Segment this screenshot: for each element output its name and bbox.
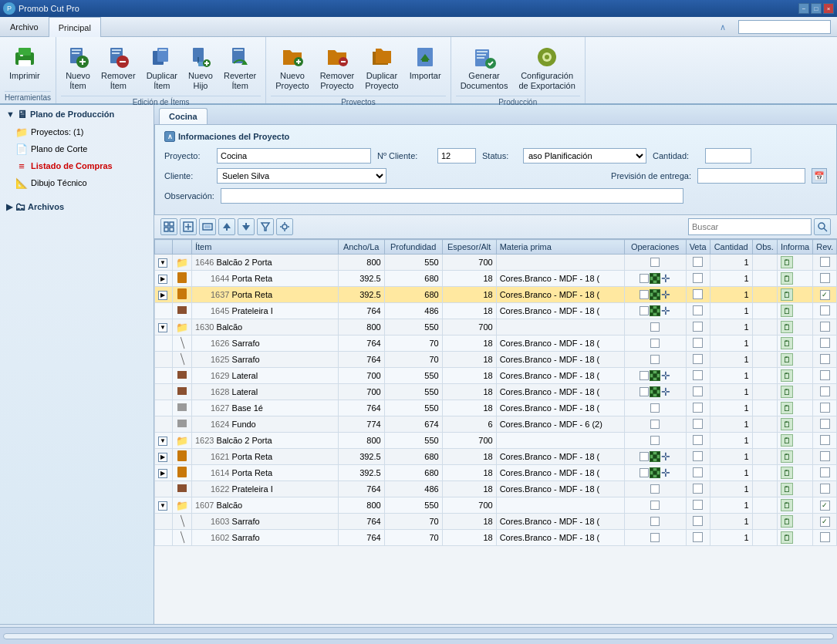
rev-check[interactable] [820, 273, 830, 283]
info-btn[interactable]: 🗒 [781, 467, 793, 479]
veta-check[interactable] [693, 435, 703, 445]
cliente-select[interactable]: Suelen Silva [217, 168, 386, 184]
info-btn[interactable]: 🗒 [781, 531, 793, 544]
move-icon[interactable]: ✛ [661, 272, 670, 285]
sidebar-section-archivos[interactable]: ▶ 🗂 Archivos [0, 197, 154, 216]
maximize-button[interactable]: □ [811, 3, 822, 14]
veta-check[interactable] [693, 370, 703, 380]
nuevo-item-button[interactable]: NuevoÍtem [61, 42, 95, 94]
row-expander[interactable]: ▶ [158, 291, 167, 300]
table-row[interactable]: 1622 Prateleira I 764 486 18 Cores.Branc… [155, 481, 837, 497]
ops-checkbox[interactable] [650, 403, 660, 413]
rev-check[interactable] [820, 370, 830, 380]
ops-checkbox[interactable] [650, 436, 660, 445]
ops-checkbox[interactable] [640, 468, 649, 477]
veta-check[interactable] [693, 500, 703, 510]
ops-checkbox[interactable] [650, 484, 660, 494]
panel-collapse-btn[interactable]: ∧ [164, 131, 175, 142]
rev-check[interactable] [820, 467, 830, 477]
info-btn[interactable]: 🗒 [781, 386, 793, 398]
table-row[interactable]: 1627 Base 1é 764 550 18 Cores.Branco - M… [155, 400, 837, 416]
importar-button[interactable]: Importar [405, 42, 446, 84]
col-ops[interactable]: Operaciones [624, 240, 686, 255]
info-btn[interactable]: 🗒 [781, 418, 793, 430]
table-row[interactable]: ▶ 1614 Porta Reta 392.5 680 18 Cores.Bra… [155, 465, 837, 481]
duplicar-item-button[interactable]: DuplicarÍtem [142, 42, 182, 94]
table-search-input[interactable] [688, 218, 812, 235]
ops-checkbox[interactable] [650, 339, 660, 348]
row-expander[interactable]: ▶ [158, 275, 167, 284]
rev-check[interactable] [820, 532, 830, 542]
info-btn[interactable]: 🗒 [781, 434, 793, 447]
row-expander[interactable]: ▶ [158, 469, 167, 478]
veta-check[interactable] [693, 322, 703, 332]
col-materia[interactable]: Materia prima [496, 240, 624, 255]
info-btn[interactable]: 🗒 [781, 483, 793, 495]
ops-checkbox[interactable] [650, 258, 660, 267]
table-row[interactable]: ▶ 1644 Porta Reta 392.5 680 18 Cores.Bra… [155, 271, 837, 287]
rev-check[interactable] [820, 484, 830, 494]
table-row[interactable]: ▼ 📁 1630 Balcão 800 550 700 1 🗒 [155, 319, 837, 335]
row-expander[interactable]: ▼ [158, 501, 167, 511]
reverter-item-button[interactable]: ReverterÍtem [219, 42, 261, 94]
move-icon[interactable]: ✛ [661, 369, 670, 382]
row-expander[interactable]: ▼ [158, 437, 167, 446]
col-esp[interactable]: Espesor/Alt [442, 240, 496, 255]
rev-check[interactable] [820, 403, 830, 413]
rev-check[interactable] [820, 419, 830, 429]
close-button[interactable]: × [823, 3, 834, 14]
calendar-btn[interactable]: 📅 [812, 168, 827, 184]
search-field[interactable] [738, 20, 831, 34]
move-icon[interactable]: ✛ [661, 305, 670, 317]
minimize-button[interactable]: − [798, 3, 809, 14]
row-expander[interactable]: ▼ [158, 258, 167, 268]
veta-check[interactable] [693, 289, 703, 299]
col-obs[interactable]: Obs. [752, 240, 777, 255]
col-qty[interactable]: Cantidad [710, 240, 752, 255]
rev-check[interactable] [820, 354, 830, 364]
move-icon[interactable]: ✛ [661, 386, 670, 398]
ops-checkbox[interactable] [650, 322, 660, 332]
rev-check[interactable] [820, 257, 830, 267]
ops-checkbox[interactable] [640, 387, 649, 396]
info-btn[interactable]: 🗒 [781, 337, 793, 349]
veta-check[interactable] [693, 484, 703, 494]
cantidad-input[interactable] [705, 148, 751, 164]
row-expander[interactable]: ▶ [158, 453, 167, 462]
rev-check[interactable] [820, 451, 830, 461]
sidebar-section-plano[interactable]: ▼ 🖥 Plano de Producción [0, 105, 154, 123]
ops-checkbox[interactable] [650, 501, 660, 510]
col-ancho[interactable]: Ancho/La [338, 240, 384, 255]
view-btn[interactable] [199, 218, 216, 235]
table-row[interactable]: ▶ 1621 Porta Reta 392.5 680 18 Cores.Bra… [155, 449, 837, 465]
ops-checkbox[interactable] [640, 274, 649, 283]
imprimir-button[interactable]: Imprimir [5, 42, 45, 84]
move-icon[interactable]: ✛ [661, 450, 670, 463]
move-icon[interactable]: ✛ [661, 467, 670, 479]
remover-proyecto-button[interactable]: RemoverProyecto [316, 42, 359, 94]
proyecto-input[interactable] [217, 148, 371, 164]
info-btn[interactable]: 🗒 [781, 288, 793, 301]
info-btn[interactable]: 🗒 [781, 499, 793, 511]
veta-check[interactable] [693, 467, 703, 477]
ops-checkbox[interactable] [650, 533, 660, 542]
table-row[interactable]: 1628 Lateral 700 550 18 Cores.Branco - M… [155, 384, 837, 400]
menu-archivo[interactable]: Archivo [0, 17, 49, 36]
table-scroll-area[interactable]: Ítem Ancho/La Profundidad Espesor/Alt Ma… [154, 239, 837, 619]
nuevo-hijo-button[interactable]: NuevoHijo [184, 42, 218, 94]
veta-check[interactable] [693, 419, 703, 429]
rev-check[interactable] [820, 386, 830, 396]
ops-checkbox[interactable] [640, 290, 649, 299]
veta-check[interactable] [693, 451, 703, 461]
ops-checkbox[interactable] [650, 420, 660, 429]
veta-check[interactable] [693, 257, 703, 267]
table-row[interactable]: ▶ 1637 Porta Reta 392.5 680 18 Cores.Bra… [155, 287, 837, 303]
config-export-button[interactable]: Configuraciónde Exportación [514, 42, 579, 94]
info-btn[interactable]: 🗒 [781, 321, 793, 333]
veta-check[interactable] [693, 386, 703, 396]
col-veta[interactable]: Veta [686, 240, 710, 255]
remover-item-button[interactable]: RemoverÍtem [96, 42, 140, 94]
move-down-btn[interactable] [238, 218, 255, 235]
info-btn[interactable]: 🗒 [781, 305, 793, 317]
col-prof[interactable]: Profundidad [384, 240, 442, 255]
